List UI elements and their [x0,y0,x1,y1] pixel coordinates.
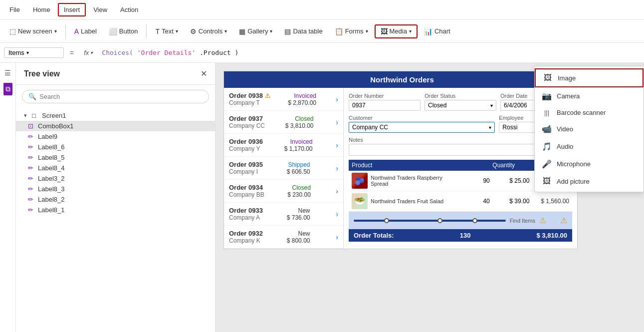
chart-button[interactable]: 📊 Chart [419,25,456,38]
order-number-value[interactable]: 0937 [349,100,421,111]
order-number: Order 0938 ⚠ [229,92,270,99]
product-image-1: 🫐 [352,173,368,189]
forms-button[interactable]: 📋 Forms ▾ [329,25,374,38]
order-item-0936[interactable]: Order 0936 Company Y Invoiced $ 1,170.00… [224,134,343,157]
media-button[interactable]: 🖼 Media ▾ [375,24,418,38]
chevron-down-icon-2: ▾ [176,28,178,34]
button-button[interactable]: ⬜ Button [103,25,144,38]
media-dropdown-menu: 🖼 Image 📷 Camera ||| Barcode scanner 📹 V… [534,66,644,192]
sidebar-title: Tree view [24,69,60,78]
order-item-0933[interactable]: Order 0933 Company A New $ 736.00 › [224,203,343,226]
expand-icon: ▾ [24,112,30,119]
chevron-down-icon-5: ▾ [366,28,368,34]
dropdown-item-camera[interactable]: 📷 Camera [535,87,644,105]
formula-input[interactable]: Choices( 'Order Details' .Product ) [99,48,640,57]
items-selector[interactable]: Items ▾ [4,47,64,58]
gallery-button[interactable]: ▦ Gallery ▾ [233,25,278,38]
product-image-2: 🥗 [352,193,368,209]
chevron-down-icon: ▾ [54,28,57,34]
tree-item-label9[interactable]: ✏ Label9 [16,131,215,142]
dropdown-item-audio[interactable]: 🎵 Audio [535,138,644,155]
tree-item-screen1[interactable]: ▾ □ Screen1 [16,110,215,121]
dropdown-item-video[interactable]: 📹 Video [535,120,644,138]
new-screen-button[interactable]: ⬚ New screen ▾ [4,25,62,38]
add-picture-icon: 🖼 [542,177,552,186]
audio-icon: 🎵 [542,142,552,151]
dropdown-item-barcode[interactable]: ||| Barcode scanner [535,105,644,120]
layers-icon[interactable]: ⧉ [3,83,12,95]
order-number-field: Order Number 0937 [349,93,421,111]
toolbar: ⬚ New screen ▾ A Label ⬜ Button T Text ▾… [0,20,644,43]
menu-bar: File Home Insert View Action [0,0,644,20]
tree-item-label8-5[interactable]: ✏ Label8_5 [16,152,215,163]
label-icon-2: ✏ [28,143,36,151]
media-icon: 🖼 [381,27,388,35]
dropdown-item-image[interactable]: 🖼 Image [535,68,644,87]
tree-item-label8-4[interactable]: ✏ Label8_4 [16,163,215,173]
slider-thumb-1[interactable] [384,218,389,223]
order-item-0932[interactable]: Order 0932 Company K New $ 800.00 › [224,226,343,249]
tree-item-label8-3[interactable]: ✏ Label8_3 [16,184,215,194]
data-table-button[interactable]: ▤ Data table [279,25,328,38]
col-product: Product [352,162,460,169]
search-box[interactable]: 🔍 [22,90,209,103]
chevron-right-icon-4: › [336,164,338,172]
order-item-0935[interactable]: Order 0935 Company I Shipped $ 606.50 › [224,157,343,180]
label-button[interactable]: A Label [69,25,102,38]
fx-button[interactable]: fx ▾ [80,49,97,56]
camera-icon: 📷 [542,91,552,101]
slider-thumb-2[interactable] [437,218,442,223]
side-icons: ☰ ⧉ [0,63,16,332]
menu-insert[interactable]: Insert [58,3,86,16]
order-item-0937[interactable]: Order 0937 Company CC Closed $ 3,810.00 … [224,111,343,134]
dropdown-item-add-picture[interactable]: 🖼 Add picture [535,173,644,190]
label-icon: ✏ [28,133,36,140]
tree-item-combobox1[interactable]: ⊡ ComboBox1 [16,121,215,131]
controls-button[interactable]: ⚙ Controls ▾ [185,25,232,38]
formula-keyword: Choices( [102,49,133,56]
customer-field: Customer Company CC ▾ [349,115,495,133]
gallery-icon: ▦ [239,27,245,35]
label-icon-7: ✏ [28,196,36,203]
tree-item-label8-6[interactable]: ✏ Label8_6 [16,142,215,152]
chevron-right-icon-5: › [336,187,338,195]
menu-home[interactable]: Home [27,3,56,16]
slider-track[interactable] [354,220,506,222]
microphone-icon: 🎤 [542,159,552,169]
order-item-0934[interactable]: Order 0934 Company BB Closed $ 230.00 › [224,180,343,203]
slider-warning-icon: ⚠ [539,216,546,225]
order-list: Order 0938 ⚠ Company T Invoiced $ 2,870.… [224,88,344,249]
slider-area: Find Items ⚠ ⚠ [349,212,572,229]
tree-item-label8-2[interactable]: ✏ Label8_2 [16,194,215,205]
data-table-icon: ▤ [284,27,291,35]
barcode-icon: ||| [542,109,552,116]
tree-item-label3-2[interactable]: ✏ Label3_2 [16,173,215,184]
col-quantity: Quantity [460,162,515,169]
video-icon: 📹 [542,124,552,134]
hamburger-menu-icon[interactable]: ☰ [2,67,13,79]
northwind-body: Order 0938 ⚠ Company T Invoiced $ 2,870.… [224,88,577,249]
order-left: Order 0938 ⚠ Company T [229,92,270,106]
menu-file[interactable]: File [4,3,25,16]
label-icon-3: ✏ [28,154,36,161]
chevron-right-icon-7: › [336,233,338,241]
order-status-select[interactable]: Closed ▾ [425,100,496,111]
close-icon[interactable]: ✕ [201,69,207,78]
menu-action[interactable]: Action [115,3,144,16]
button-icon: ⬜ [109,27,117,35]
slider-thumb-3[interactable] [472,218,477,223]
fx-label: fx [84,49,89,56]
text-button[interactable]: T Text ▾ [150,25,183,38]
dropdown-item-microphone[interactable]: 🎤 Microphone [535,155,644,173]
northwind-title: Northwind Orders [240,75,564,84]
customer-select[interactable]: Company CC ▾ [349,122,495,133]
chevron-right-icon-3: › [336,141,338,149]
label-icon: A [74,27,79,35]
tree-item-label8-1[interactable]: ✏ Label8_1 [16,205,215,215]
order-item-0938[interactable]: Order 0938 ⚠ Company T Invoiced $ 2,870.… [224,88,343,111]
search-input[interactable] [39,93,203,100]
chevron-down-icon-9: ▾ [490,103,493,108]
chevron-down-icon-6: ▾ [409,28,412,34]
menu-view[interactable]: View [88,3,113,16]
tree-view: ▾ □ Screen1 ⊡ ComboBox1 ✏ Label9 ✏ Label… [16,108,215,332]
